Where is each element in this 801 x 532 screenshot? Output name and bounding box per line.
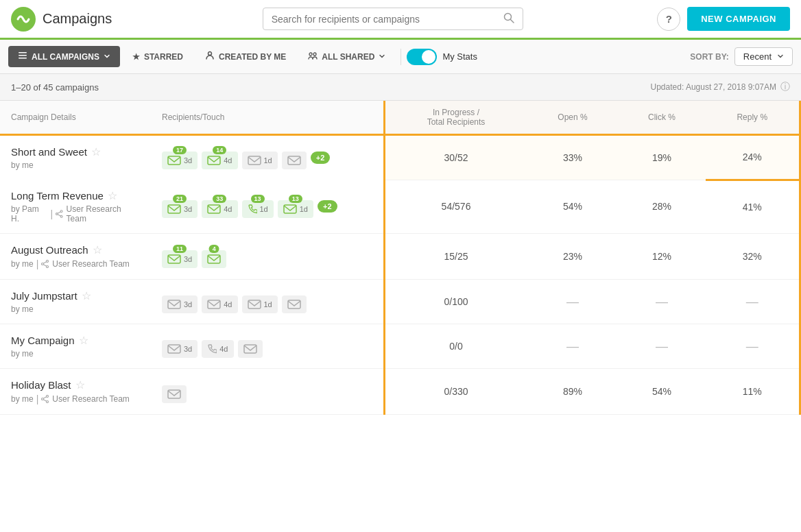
touch-badge[interactable]: 17 3d: [162, 152, 198, 169]
svg-line-16: [58, 212, 60, 213]
in-progress-cell: 0/100: [384, 280, 527, 324]
svg-point-23: [42, 263, 44, 265]
campaign-by: by me: [11, 304, 34, 314]
in-progress-cell: 0/0: [384, 324, 527, 369]
svg-point-13: [60, 210, 62, 213]
campaign-name[interactable]: August Outreach: [11, 244, 88, 256]
col-reply-pct: Reply %: [706, 101, 800, 135]
reply-pct-cell: 32%: [706, 234, 800, 280]
touch-badge[interactable]: 4d: [202, 340, 233, 358]
my-stats-toggle-wrap: My Stats: [407, 49, 477, 65]
touch-badge[interactable]: 1d: [242, 295, 278, 313]
svg-rect-10: [208, 156, 220, 165]
my-stats-toggle[interactable]: [407, 49, 437, 65]
touch-badge[interactable]: 11 3d: [162, 250, 198, 268]
chevron-down-icon: [104, 52, 110, 62]
starred-tab[interactable]: ★ STARRED: [123, 47, 193, 66]
svg-point-8: [313, 53, 316, 56]
campaign-team: User Research Team: [52, 394, 130, 404]
campaign-name[interactable]: Long Term Revenue: [11, 190, 104, 202]
star-icon[interactable]: ☆: [91, 145, 101, 158]
svg-rect-31: [288, 300, 300, 309]
campaign-name[interactable]: July Jumpstart: [11, 290, 77, 302]
created-by-me-tab[interactable]: CREATED BY ME: [195, 46, 296, 67]
touch-badge[interactable]: [282, 295, 307, 313]
star-icon[interactable]: ☆: [75, 378, 85, 391]
touch-badge[interactable]: [162, 385, 187, 403]
table-row: Short and Sweet ☆ by me 17 3d 14 4d 1d +…: [0, 135, 800, 180]
touches-cell: 21 3d 33 4d 13 1d 13 1d +2: [151, 180, 384, 234]
svg-point-36: [42, 398, 44, 400]
svg-rect-27: [208, 255, 220, 263]
sort-chevron-icon: [777, 51, 784, 62]
star-icon[interactable]: ☆: [79, 334, 88, 347]
touches-cell: 17 3d 14 4d 1d +2: [151, 135, 384, 180]
col-in-progress: In Progress / Total Recipients: [384, 101, 527, 135]
star-icon[interactable]: ☆: [82, 289, 91, 302]
in-progress-cell: 0/330: [384, 369, 527, 415]
touch-more[interactable]: +2: [311, 152, 331, 164]
help-button[interactable]: ?: [657, 8, 680, 31]
all-shared-tab[interactable]: ALL SHARED: [298, 46, 395, 67]
campaign-by: by Pam H.: [11, 204, 47, 223]
campaign-by: by me: [11, 349, 34, 359]
col-recipients-touch: Recipients/Touch: [151, 101, 384, 135]
touch-badge[interactable]: 4: [202, 250, 226, 268]
star-icon[interactable]: ☆: [93, 243, 102, 256]
in-progress-cell: 54/576: [384, 180, 527, 234]
info-icon: ⓘ: [780, 81, 790, 93]
sort-wrap: SORT BY: Recent: [690, 47, 793, 66]
reply-pct-cell: —: [706, 280, 800, 324]
touch-more[interactable]: +2: [318, 200, 337, 213]
app-title: Campaigns: [43, 11, 112, 27]
help-icon: ?: [666, 13, 672, 25]
table-range: 1–20 of 45 campaigns: [11, 82, 99, 93]
svg-rect-26: [168, 255, 180, 263]
touch-badge[interactable]: 13 1d: [278, 200, 313, 218]
created-by-me-label: CREATED BY ME: [219, 52, 286, 62]
svg-line-38: [44, 400, 47, 401]
campaign-by: by me: [11, 160, 34, 170]
chevron-down-icon-shared: [379, 52, 385, 62]
list-icon: [18, 51, 27, 62]
touch-count: 11: [173, 245, 187, 253]
toggle-knob: [422, 50, 435, 64]
all-campaigns-tab[interactable]: ALL CAMPAIGNS: [8, 46, 120, 67]
campaign-details-cell: Long Term Revenue ☆ by Pam H. | User Res…: [0, 180, 151, 234]
header-actions: ? NEW CAMPAIGN: [657, 7, 790, 31]
new-campaign-button[interactable]: NEW CAMPAIGN: [687, 7, 790, 31]
in-progress-cell: 30/52: [384, 135, 527, 180]
click-pct-cell: 54%: [618, 369, 705, 415]
campaign-team: User Research Team: [67, 204, 140, 223]
campaign-name[interactable]: Short and Sweet: [11, 146, 87, 158]
search-input[interactable]: [272, 14, 499, 25]
touch-badge[interactable]: 3d: [162, 295, 198, 313]
touch-badge[interactable]: [238, 340, 263, 358]
campaign-name[interactable]: Holiday Blast: [11, 379, 71, 391]
col-click-pct: Click %: [618, 101, 705, 135]
svg-point-22: [47, 266, 49, 268]
reply-pct-cell: —: [706, 324, 800, 369]
campaign-details-cell: Holiday Blast ☆ by me | User Research Te…: [0, 369, 151, 415]
star-icon[interactable]: ☆: [108, 189, 117, 202]
search-icon: [503, 12, 514, 25]
svg-rect-19: [208, 205, 220, 213]
open-pct-cell: —: [527, 324, 619, 369]
sort-select[interactable]: Recent: [734, 47, 793, 66]
table-row: August Outreach ☆ by me | User Research …: [0, 234, 800, 280]
touch-badge[interactable]: [282, 152, 307, 169]
click-pct-cell: 19%: [618, 135, 705, 180]
campaign-name[interactable]: My Campaign: [11, 335, 75, 346]
table-meta: 1–20 of 45 campaigns Updated: August 27,…: [0, 74, 801, 101]
touch-badge[interactable]: 33 4d: [202, 200, 237, 218]
svg-line-37: [44, 397, 47, 398]
touch-count: 13: [289, 195, 302, 203]
person-icon: [205, 51, 215, 62]
touch-badge[interactable]: 3d: [162, 340, 198, 358]
touch-badge[interactable]: 4d: [202, 295, 237, 313]
touch-badge[interactable]: 1d: [242, 152, 278, 169]
svg-rect-20: [284, 205, 296, 213]
touch-badge[interactable]: 21 3d: [162, 200, 198, 218]
touch-badge[interactable]: 14 4d: [202, 152, 237, 169]
touch-badge[interactable]: 13 1d: [242, 200, 274, 218]
